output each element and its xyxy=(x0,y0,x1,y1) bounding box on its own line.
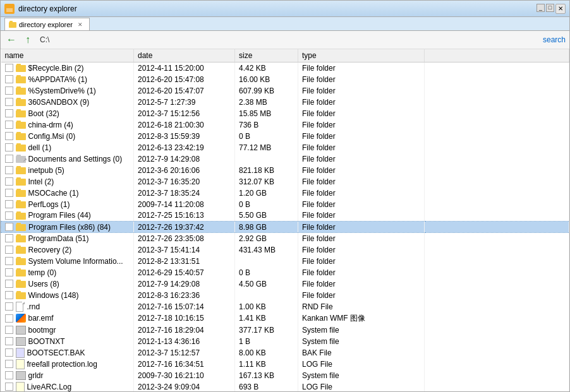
table-row[interactable]: ProgramData (51)2012-7-26 23:35:082.92 G… xyxy=(1,233,569,244)
row-checkbox[interactable] xyxy=(5,109,13,117)
table-row[interactable]: dell (1)2012-6-13 23:42:1977.12 MBFile f… xyxy=(1,142,569,153)
row-checkbox[interactable] xyxy=(5,75,13,83)
cell-name: MSOCache (1) xyxy=(1,187,134,199)
row-checkbox[interactable] xyxy=(5,211,13,220)
row-checkbox[interactable] xyxy=(5,64,13,72)
row-checkbox[interactable] xyxy=(5,257,13,265)
row-checkbox[interactable] xyxy=(5,166,13,174)
table-row[interactable]: china-drm (4)2012-6-18 21:00:30736 BFile… xyxy=(1,119,569,131)
table-row[interactable]: PerfLogs (1)2009-7-14 11:20:080 BFile fo… xyxy=(1,199,569,210)
row-checkbox[interactable] xyxy=(5,98,13,106)
file-name: grldr xyxy=(28,371,44,380)
row-checkbox[interactable] xyxy=(5,268,13,276)
table-row[interactable]: Program Files (x86) (84)2012-7-26 19:37:… xyxy=(1,222,569,233)
minimize-button[interactable]: _ xyxy=(537,4,545,12)
row-checkbox[interactable] xyxy=(5,360,13,368)
row-checkbox[interactable] xyxy=(5,86,13,95)
table-row[interactable]: inetpub (5)2012-3-6 20:16:06821.18 KBFil… xyxy=(1,165,569,176)
table-row[interactable]: %APPDATA% (1)2012-6-20 15:47:0816.00 KBF… xyxy=(1,74,569,85)
table-row[interactable]: LiveARC.Log2012-3-24 9:09:04693 BLOG Fil… xyxy=(1,381,569,392)
col-header-type[interactable]: type xyxy=(298,49,425,62)
row-checkbox[interactable] xyxy=(5,132,13,140)
file-list: $Recycle.Bin (2)2012-4-11 15:20:004.42 K… xyxy=(1,62,569,392)
table-row[interactable]: freefall protection.log2012-7-16 16:34:5… xyxy=(1,359,569,370)
table-row[interactable]: ↗Documents and Settings (0)2012-7-9 14:2… xyxy=(1,153,569,165)
row-checkbox[interactable] xyxy=(5,291,13,299)
row-checkbox[interactable] xyxy=(5,337,13,345)
row-checkbox[interactable] xyxy=(5,200,13,208)
col-header-date[interactable]: date xyxy=(134,49,235,62)
table-row[interactable]: BOOTNXT2012-1-13 4:36:161 BSystem file xyxy=(1,336,569,347)
search-link[interactable]: search xyxy=(543,35,566,44)
cell-type: File folder xyxy=(298,108,425,119)
table-row[interactable]: bar.emf2012-7-18 10:16:151.41 KBKankan W… xyxy=(1,312,569,324)
cell-name: bar.emf xyxy=(1,312,134,324)
row-checkbox[interactable] xyxy=(5,189,13,197)
cell-type: System file xyxy=(298,336,425,347)
table-row[interactable]: Config.Msi (0)2012-8-3 15:59:390 BFile f… xyxy=(1,131,569,142)
table-row[interactable]: grldr2009-7-30 16:21:10167.13 KBSystem f… xyxy=(1,370,569,381)
cell-extra xyxy=(425,347,569,359)
file-name: bootmgr xyxy=(28,326,56,335)
cell-name: Windows (148) xyxy=(1,290,134,301)
svg-rect-3 xyxy=(9,21,13,23)
table-row[interactable]: temp (0)2012-6-29 15:40:570 BFile folder xyxy=(1,267,569,278)
table-row[interactable]: MSOCache (1)2012-3-7 18:35:241.20 GBFile… xyxy=(1,187,569,199)
table-row[interactable]: Intel (2)2012-3-7 16:35:20312.07 KBFile … xyxy=(1,176,569,187)
row-checkbox[interactable] xyxy=(5,143,13,151)
table-row[interactable]: Windows (148)2012-8-3 16:23:36File folde… xyxy=(1,290,569,301)
row-checkbox[interactable] xyxy=(5,121,13,129)
row-checkbox[interactable] xyxy=(5,348,13,357)
row-checkbox[interactable] xyxy=(5,314,13,323)
table-row[interactable]: System Volume Informatio...2012-8-2 13:3… xyxy=(1,256,569,267)
row-checkbox[interactable] xyxy=(5,155,13,163)
file-name: LiveARC.Log xyxy=(27,383,72,391)
file-name: bar.emf xyxy=(28,314,54,323)
row-checkbox[interactable] xyxy=(5,280,13,288)
table-row[interactable]: BOOTSECT.BAK2012-3-7 15:12:578.00 KBBAK … xyxy=(1,347,569,359)
col-header-name[interactable]: name xyxy=(1,49,134,62)
cell-size: 2.92 GB xyxy=(235,233,298,244)
maximize-button[interactable]: □ xyxy=(546,4,554,12)
cell-size: 821.18 KB xyxy=(235,165,298,176)
up-button[interactable]: ↑ xyxy=(21,33,35,47)
file-name: china-drm (4) xyxy=(28,121,73,129)
tab-close[interactable]: ✕ xyxy=(78,21,83,28)
cell-name: bootmgr xyxy=(1,324,134,336)
row-checkbox[interactable] xyxy=(5,177,13,186)
cell-date: 2009-7-30 16:21:10 xyxy=(134,370,235,381)
col-header-size[interactable]: size xyxy=(235,49,298,62)
row-checkbox[interactable] xyxy=(5,246,13,254)
table-row[interactable]: %SystemDrive% (1)2012-6-20 15:47:07607.9… xyxy=(1,85,569,97)
cell-size: 16.00 KB xyxy=(235,74,298,85)
cell-extra xyxy=(425,222,569,233)
file-name: %SystemDrive% (1) xyxy=(28,86,96,95)
close-button[interactable]: ✕ xyxy=(555,4,566,14)
table-row[interactable]: bootmgr2012-7-16 18:29:04377.17 KBSystem… xyxy=(1,324,569,336)
cell-extra xyxy=(425,267,569,278)
table-row[interactable]: 360SANDBOX (9)2012-5-7 1:27:392.38 MBFil… xyxy=(1,97,569,108)
row-checkbox[interactable] xyxy=(5,326,13,334)
cell-type: BAK File xyxy=(298,347,425,359)
table-row[interactable]: $Recycle.Bin (2)2012-4-11 15:20:004.42 K… xyxy=(1,62,569,74)
table-row[interactable]: Recovery (2)2012-3-7 15:41:14431.43 MBFi… xyxy=(1,244,569,256)
cell-date: 2012-7-25 15:16:13 xyxy=(134,210,235,222)
row-checkbox[interactable] xyxy=(5,234,13,242)
row-checkbox[interactable] xyxy=(5,383,13,391)
table-row[interactable]: .rnd2012-7-16 15:07:141.00 KBRND File xyxy=(1,301,569,312)
table-row[interactable]: Users (8)2012-7-9 14:29:084.50 GBFile fo… xyxy=(1,278,569,290)
file-table-container[interactable]: name date size type $Recycle.Bin (2)2012… xyxy=(1,49,569,391)
cell-extra xyxy=(425,278,569,290)
folder-icon xyxy=(16,166,26,174)
main-tab[interactable]: directory explorer ✕ xyxy=(4,18,90,30)
row-checkbox[interactable] xyxy=(5,371,13,379)
cell-type: File folder xyxy=(298,119,425,131)
cell-date: 2012-7-26 23:35:08 xyxy=(134,233,235,244)
row-checkbox[interactable] xyxy=(5,302,13,311)
back-button[interactable]: ← xyxy=(4,33,18,47)
cell-name: dell (1) xyxy=(1,142,134,153)
file-name: Program Files (x86) (84) xyxy=(28,223,111,232)
row-checkbox[interactable] xyxy=(5,223,13,231)
table-row[interactable]: Boot (32)2012-3-7 15:12:5615.85 MBFile f… xyxy=(1,108,569,119)
table-row[interactable]: Program Files (44)2012-7-25 15:16:135.50… xyxy=(1,210,569,222)
